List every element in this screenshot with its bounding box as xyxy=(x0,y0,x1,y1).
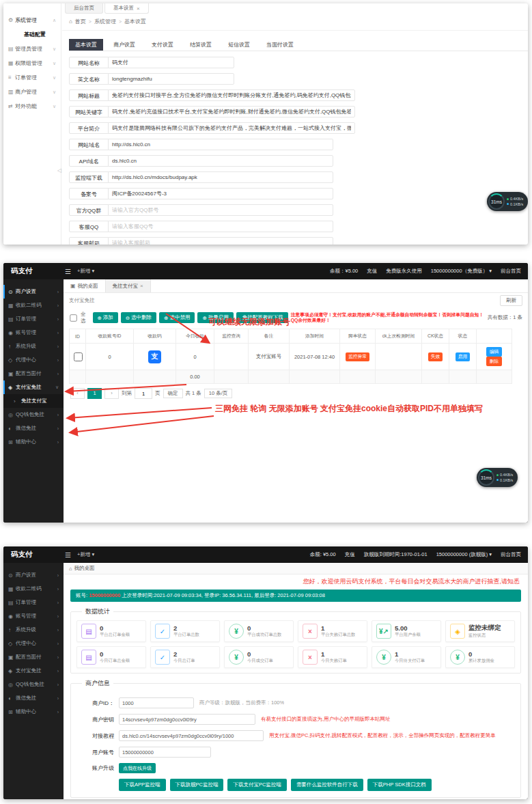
field-input[interactable] xyxy=(108,204,333,216)
user-account-input[interactable] xyxy=(119,747,211,758)
jump-confirm-button[interactable]: 确定 xyxy=(163,389,183,398)
sidebar-item[interactable]: ◉ 账号管理 › xyxy=(3,326,64,339)
sidebar-item[interactable]: ≡ 订单管理 ∨ xyxy=(3,70,61,85)
settings-tab[interactable]: 支付设置 xyxy=(145,39,180,51)
sidebar-item[interactable]: ◈ 支付宝免挂 › xyxy=(3,664,64,678)
row-checkbox[interactable] xyxy=(74,352,83,361)
recharge-link[interactable]: 充值 xyxy=(345,551,355,558)
sidebar-item[interactable]: ◐ 微信免挂 › xyxy=(3,691,64,705)
sidebar-item[interactable]: ◐ 微信免挂 › xyxy=(3,421,64,435)
download-button[interactable]: 下载支付宝PC监控端 xyxy=(227,779,286,791)
toolbar-button[interactable]: 免挂配置教程下载 xyxy=(236,312,288,323)
column-header[interactable]: ID xyxy=(70,329,86,344)
sidebar-item[interactable]: ◉ 账号管理 › xyxy=(3,609,64,623)
download-button[interactable]: 下载PHP SDK接口文档 xyxy=(367,779,432,791)
sidebar-item[interactable]: ▤ 管理员管理 ∨ xyxy=(3,42,61,56)
toolbar-button[interactable]: ⊕批量启用 xyxy=(197,312,233,323)
sidebar-item[interactable]: ◈ 支付宝免挂 ∨ xyxy=(3,380,64,394)
frontend-home-link[interactable]: 前台首页 xyxy=(501,268,521,275)
sidebar-item[interactable]: ▦ 收款二维码 › xyxy=(3,299,64,312)
prev-page-button[interactable]: ‹ xyxy=(70,388,85,399)
sidebar-item[interactable]: ▦ 收款二维码 › xyxy=(3,582,64,596)
recharge-link[interactable]: 充值 xyxy=(367,268,377,275)
hamburger-icon[interactable]: ☰ xyxy=(65,551,71,559)
settings-tab[interactable]: 当面付设置 xyxy=(260,39,300,51)
settings-tab[interactable]: 基本设置 xyxy=(69,39,103,51)
upgrade-button[interactable]: 点我在线升级 xyxy=(119,763,156,773)
sidebar-item[interactable]: ◎ QQ钱包免挂 › xyxy=(3,678,64,691)
sidebar-item[interactable]: ◇ 代理中心 › xyxy=(3,353,64,367)
sidebar-item[interactable]: ◎ QQ钱包免挂 › xyxy=(3,408,64,421)
field-input[interactable] xyxy=(108,155,333,167)
field-input[interactable] xyxy=(108,139,333,150)
close-icon[interactable]: × xyxy=(137,5,140,12)
account-dropdown[interactable]: 15000000000（免费版） ▾ xyxy=(431,268,492,275)
sidebar-collapse-handle[interactable]: ◁ xyxy=(57,167,61,174)
column-header[interactable]: 添加时间 xyxy=(290,329,340,344)
sidebar-item[interactable]: ↑ 系统升级 › xyxy=(3,339,64,353)
field-input[interactable] xyxy=(108,237,333,245)
column-header[interactable]: CK状态 xyxy=(422,329,449,344)
toolbar-button[interactable]: ⊕选中禁用 xyxy=(159,312,195,323)
column-header[interactable]: 状态 xyxy=(449,329,477,344)
field-input[interactable] xyxy=(108,89,355,101)
sidebar-item[interactable]: ◇ 代理中心 › xyxy=(3,637,64,650)
per-page-select[interactable]: 10 条/页 xyxy=(204,389,233,398)
tab-desktop[interactable]: ⌂ 我的桌面 xyxy=(64,563,528,574)
sidebar-item[interactable]: ⊞ 辅助中心 › xyxy=(3,435,64,449)
column-header[interactable] xyxy=(477,329,512,344)
next-page-button[interactable]: › xyxy=(104,388,119,399)
page-1-button[interactable]: 1 xyxy=(87,388,102,399)
sidebar-item[interactable]: ▤ 订单管理 › xyxy=(3,312,64,326)
sidebar-item[interactable]: ⊙ 商户设置 › xyxy=(3,285,64,299)
settings-tab[interactable]: 商户设置 xyxy=(107,39,141,51)
edit-button[interactable]: 编辑 xyxy=(486,347,503,357)
field-input[interactable] xyxy=(108,122,355,134)
column-header[interactable]: 备注 xyxy=(249,329,290,344)
sidebar-item[interactable]: ⊙ 商户设置 › xyxy=(3,568,64,582)
new-tab-button[interactable]: +新增 ▾ xyxy=(77,268,94,275)
sidebar-item[interactable]: ▦ 权限组管理 ∨ xyxy=(3,56,61,70)
window-tab-basic-settings[interactable]: 基本设置 × xyxy=(104,3,149,14)
refresh-button[interactable]: 刷新 xyxy=(500,295,522,306)
merchant-id-input[interactable] xyxy=(119,697,194,708)
sidebar-item[interactable]: ▣ 配置当面付 › xyxy=(3,367,64,380)
settings-tab[interactable]: 结算设置 xyxy=(184,39,218,51)
field-input[interactable] xyxy=(108,106,355,117)
breadcrumb-system[interactable]: 系统管理 xyxy=(94,18,116,25)
api-url-input[interactable] xyxy=(119,730,264,741)
delete-button[interactable]: 删除 xyxy=(486,357,503,366)
column-header[interactable]: 脚本状态 xyxy=(340,329,376,344)
sidebar-item[interactable]: 基础配置 xyxy=(3,27,61,42)
sidebar-item[interactable]: ▣ 配置当面付 › xyxy=(3,650,64,664)
sidebar-item[interactable]: ▥ 商户管理 ∨ xyxy=(3,85,61,99)
sidebar-item[interactable]: ↑ 系统升级 › xyxy=(3,623,64,637)
field-input[interactable] xyxy=(108,171,333,183)
hamburger-icon[interactable]: ☰ xyxy=(65,268,71,275)
sidebar-item[interactable]: ⇄ 对外功能 ∨ xyxy=(3,99,61,113)
column-header[interactable]: ck上次检测时间 xyxy=(376,329,422,344)
close-icon[interactable]: × xyxy=(140,283,143,289)
settings-tab[interactable]: 短信设置 xyxy=(222,39,256,51)
column-header[interactable]: 收款账号ID xyxy=(86,329,134,344)
tab-alipay-free-hang[interactable]: 免挂支付宝 × xyxy=(105,279,151,292)
field-input[interactable] xyxy=(108,57,234,68)
column-header[interactable]: 今日收款 xyxy=(176,329,214,344)
frontend-home-link[interactable]: 前台首页 xyxy=(501,551,521,558)
breadcrumb-home[interactable]: 首页 xyxy=(75,18,86,25)
sidebar-item[interactable]: › 免挂支付宝 xyxy=(3,394,64,408)
window-tab-home[interactable]: 后台首页 xyxy=(65,3,103,14)
column-header[interactable]: 监控查询 xyxy=(214,329,249,344)
field-input[interactable] xyxy=(108,188,333,199)
merchant-key-input[interactable] xyxy=(119,714,255,725)
new-tab-button[interactable]: +新增 ▾ xyxy=(77,551,94,558)
select-all-checkbox[interactable] xyxy=(70,314,76,321)
column-header[interactable]: 收款码 xyxy=(134,329,176,344)
toolbar-button[interactable]: ⊕添加 xyxy=(93,312,118,323)
jump-page-input[interactable] xyxy=(135,388,152,399)
tab-desktop[interactable]: ▣ 我的桌面 xyxy=(64,279,105,292)
download-button[interactable]: 下载旗舰PC监控端 xyxy=(170,779,224,791)
sidebar-item[interactable]: ▤ 订单管理 › xyxy=(3,596,64,609)
sidebar-item[interactable]: ⊞ 辅助中心 › xyxy=(3,705,64,719)
network-speed-widget[interactable]: 31ms 0.4KB/s 0.1KB/s xyxy=(477,468,518,487)
